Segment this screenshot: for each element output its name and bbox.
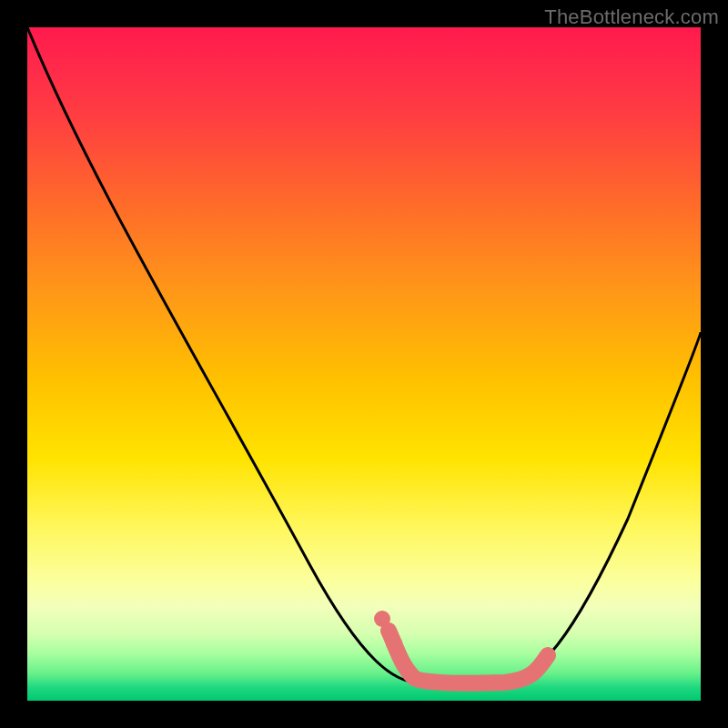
bottleneck-chart [27,27,701,701]
marker-left-upper [374,611,390,627]
watermark-text: TheBottleneck.com [544,5,719,29]
optimal-band-path [389,631,548,683]
marker-left-lower [386,635,402,652]
bottleneck-curve-path [27,27,701,682]
chart-frame [27,27,701,701]
